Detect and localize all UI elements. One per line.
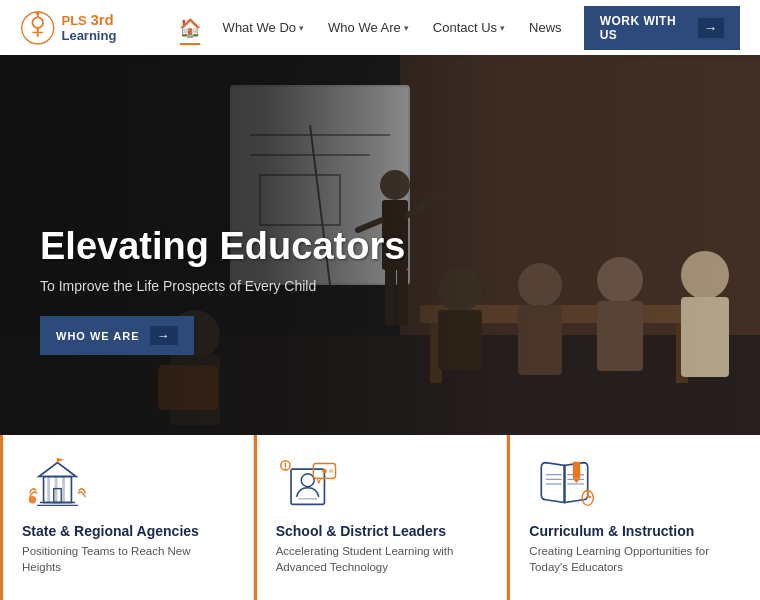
hero-section: Elevating Educators To Improve the Life … (0, 55, 760, 435)
hero-title: Elevating Educators (40, 224, 405, 270)
nav-item-contact-us[interactable]: Contact Us ▾ (423, 16, 515, 39)
building-icon (25, 456, 90, 511)
card-title-3: Curriculum & Instruction (529, 523, 738, 539)
nav-item-news[interactable]: News (519, 16, 572, 39)
svg-point-53 (322, 468, 327, 473)
dropdown-caret: ▾ (404, 23, 409, 33)
nav-links: 🏠 What We Do ▾ Who We Are ▾ Contact Us ▾… (171, 6, 740, 50)
svg-marker-66 (573, 478, 580, 483)
card-title-1: State & Regional Agencies (22, 523, 231, 539)
svg-marker-46 (57, 457, 64, 461)
card-curriculum: Curriculum & Instruction Creating Learni… (507, 435, 760, 600)
svg-point-49 (301, 473, 314, 486)
svg-rect-38 (47, 476, 50, 502)
card-icon-building (22, 453, 92, 513)
work-with-us-button[interactable]: WORK WITH US → (584, 6, 740, 50)
svg-marker-41 (38, 462, 75, 476)
person-icon (278, 456, 343, 511)
hero-content: Elevating Educators To Improve the Life … (40, 224, 405, 355)
svg-point-54 (329, 469, 333, 473)
card-desc-2: Accelerating Student Learning with Advan… (276, 543, 485, 575)
svg-point-5 (36, 11, 40, 15)
svg-rect-65 (573, 461, 580, 478)
card-state-agencies: State & Regional Agencies Positioning Te… (0, 435, 254, 600)
navbar: PLS 3rd Learning 🏠 What We Do ▾ Who We A… (0, 0, 760, 55)
svg-point-69 (588, 495, 591, 498)
nav-item-what-we-do[interactable]: What We Do ▾ (213, 16, 314, 39)
card-school-leaders: School & District Leaders Accelerating S… (254, 435, 508, 600)
logo[interactable]: PLS 3rd Learning (20, 10, 171, 46)
card-icon-person (276, 453, 346, 513)
cards-section: State & Regional Agencies Positioning Te… (0, 435, 760, 600)
cta-arrow: → (698, 18, 725, 38)
card-desc-1: Positioning Teams to Reach New Heights (22, 543, 231, 575)
hero-btn-arrow: → (150, 326, 178, 345)
logo-text: PLS 3rd Learning (61, 12, 170, 43)
svg-point-47 (28, 496, 35, 503)
dropdown-caret: ▾ (299, 23, 304, 33)
home-nav-icon[interactable]: 🏠 (171, 13, 209, 43)
book-icon (532, 456, 597, 511)
hero-subtitle: To Improve the Life Prospects of Every C… (40, 278, 405, 294)
card-desc-3: Creating Learning Opportunities for Toda… (529, 543, 738, 575)
svg-rect-40 (62, 476, 65, 502)
svg-rect-39 (54, 476, 57, 502)
nav-item-who-we-are[interactable]: Who We Are ▾ (318, 16, 419, 39)
card-title-2: School & District Leaders (276, 523, 485, 539)
svg-point-57 (285, 468, 287, 470)
svg-marker-52 (317, 478, 321, 483)
who-we-are-button[interactable]: WHO WE ARE → (40, 316, 194, 355)
card-icon-book (529, 453, 599, 513)
logo-icon (20, 10, 55, 46)
dropdown-caret: ▾ (500, 23, 505, 33)
